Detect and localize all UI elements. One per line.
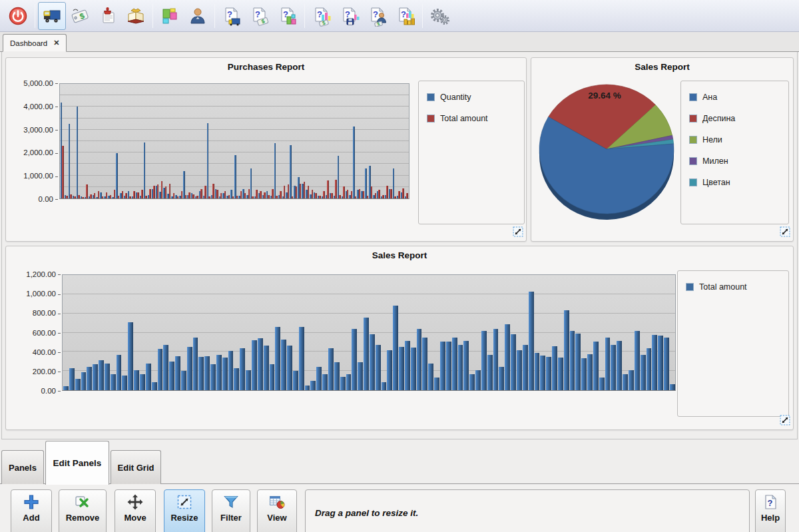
document-tab-strip: Dashboard ✕ xyxy=(0,32,799,52)
sales-query-button[interactable]: $ xyxy=(308,2,336,30)
legend-swatch xyxy=(689,136,697,144)
help-button-label: Help xyxy=(761,513,780,523)
add-button[interactable]: Add xyxy=(11,489,52,532)
move-button-label: Move xyxy=(124,513,146,523)
dashboard-icon xyxy=(159,5,180,27)
sales-query-icon: $ xyxy=(311,5,332,27)
legend-item: Total amount xyxy=(678,276,788,298)
sales-pie-chart: 29.64 % xyxy=(530,75,684,229)
status-message: Drag a panel to resize it. xyxy=(315,508,418,518)
chart-title: Purchases Report xyxy=(6,62,526,72)
tab-panels-label: Panels xyxy=(9,463,37,473)
legend-item: Нели xyxy=(681,129,788,150)
purchases-button[interactable] xyxy=(38,2,66,30)
sales-report-icon: $ xyxy=(249,5,270,27)
filter-button-label: Filter xyxy=(220,513,242,523)
legend-swatch xyxy=(686,283,694,291)
tab-edit-grid-label: Edit Grid xyxy=(118,463,154,473)
tab-edit-grid[interactable]: Edit Grid xyxy=(111,450,161,484)
main-toolbar: $ xyxy=(0,0,799,32)
panel-resize-handle[interactable] xyxy=(780,415,790,425)
sales-bar-chart: 0.00200.00400.00600.00800.001,000.001,20… xyxy=(7,274,676,391)
remove-button[interactable]: Remove xyxy=(59,489,107,532)
panel-purchases-report: Purchases Report 0.001,000.002,000.003,0… xyxy=(5,57,527,242)
legend-item: Цветан xyxy=(681,172,788,193)
purchases-report-icon xyxy=(221,5,242,27)
legend-swatch xyxy=(689,178,697,186)
sales-report-button[interactable]: $ xyxy=(246,2,274,30)
toolbar-separator xyxy=(422,4,423,28)
filter-icon xyxy=(222,493,240,511)
svg-text:?: ? xyxy=(768,498,773,508)
purchases-icon xyxy=(41,5,63,27)
panel-sales-report-pie: Sales Report 29.64 % АнаДеспинаНелиМилен… xyxy=(531,57,794,242)
toolbar-separator xyxy=(304,4,305,28)
catalog-icon xyxy=(125,5,146,27)
purchases-report-button[interactable] xyxy=(218,2,246,30)
sales-icon: $ xyxy=(69,5,91,27)
legend: Total amount xyxy=(677,270,789,417)
panel-resize-handle[interactable] xyxy=(780,226,790,237)
legend-label: Деспина xyxy=(702,114,735,123)
legend-item: Деспина xyxy=(681,108,788,129)
dashboard-report-button[interactable] xyxy=(274,2,302,30)
legend-label: Цветан xyxy=(702,178,730,187)
toolbar-separator xyxy=(152,4,153,28)
purchases-query-icon xyxy=(339,5,360,27)
purchases-query-button[interactable] xyxy=(336,2,364,30)
purchases-bar-chart: 0.001,000.002,000.003,000.004,000.005,00… xyxy=(7,83,409,199)
help-button[interactable]: ? Help xyxy=(755,489,786,532)
legend-swatch xyxy=(689,115,697,123)
legend-item: Милен xyxy=(681,150,788,172)
power-button[interactable] xyxy=(4,2,32,30)
dashboard-button[interactable] xyxy=(156,2,184,30)
view-icon xyxy=(268,493,286,511)
catalog-button[interactable] xyxy=(122,2,150,30)
users-icon xyxy=(187,5,208,27)
chart-title: Sales Report xyxy=(531,62,793,72)
toolbar-separator xyxy=(214,4,215,28)
remove-icon xyxy=(74,493,91,511)
clients-report-button[interactable]: $ xyxy=(364,2,392,30)
chart-title: Sales Report xyxy=(6,250,793,260)
legend: QuantityTotal amount xyxy=(418,81,525,224)
legend-label: Total amount xyxy=(699,282,747,292)
edit-panels-toolbar: Add Remove Move Resize Filter xyxy=(0,484,799,532)
legend-swatch xyxy=(689,157,697,165)
filter-button[interactable]: Filter xyxy=(212,489,250,532)
view-button-label: View xyxy=(267,513,286,523)
resize-icon xyxy=(176,493,193,511)
view-button[interactable]: View xyxy=(257,489,297,532)
status-message-box: Drag a panel to resize it. xyxy=(305,489,750,532)
panel-resize-handle[interactable] xyxy=(513,226,523,237)
legend-item: Quantity xyxy=(419,87,524,108)
add-button-label: Add xyxy=(23,513,39,523)
resize-arrows-icon xyxy=(780,226,790,237)
users-button[interactable] xyxy=(184,2,212,30)
help-icon: ? xyxy=(762,493,779,511)
legend: АнаДеспинаНелиМиленЦветан xyxy=(680,81,789,224)
finance-report-button[interactable] xyxy=(392,2,419,30)
sales-button[interactable]: $ xyxy=(66,2,94,30)
tab-panels[interactable]: Panels xyxy=(1,450,44,484)
move-button[interactable]: Move xyxy=(115,489,156,532)
legend-label: Милен xyxy=(702,156,728,166)
tab-edit-panels[interactable]: Edit Panels xyxy=(45,441,109,485)
legend-swatch xyxy=(427,93,435,101)
resize-button[interactable]: Resize xyxy=(164,489,205,532)
legend-label: Ана xyxy=(702,93,717,102)
settings-icon xyxy=(429,5,450,27)
power-icon xyxy=(7,5,29,27)
documents-button[interactable] xyxy=(94,2,122,30)
legend-swatch xyxy=(689,93,697,101)
bottom-tab-strip: Panels Edit Panels Edit Grid xyxy=(0,439,799,484)
legend-item: Ана xyxy=(681,87,788,108)
close-icon[interactable]: ✕ xyxy=(53,39,59,47)
finance-report-icon xyxy=(395,5,416,27)
tab-dashboard[interactable]: Dashboard ✕ xyxy=(3,34,67,52)
plus-icon xyxy=(23,493,40,511)
pie-data-label: 29.64 % xyxy=(588,91,621,101)
resize-arrows-icon xyxy=(780,415,790,425)
settings-button[interactable] xyxy=(425,2,453,30)
legend-item: Total amount xyxy=(419,108,524,129)
